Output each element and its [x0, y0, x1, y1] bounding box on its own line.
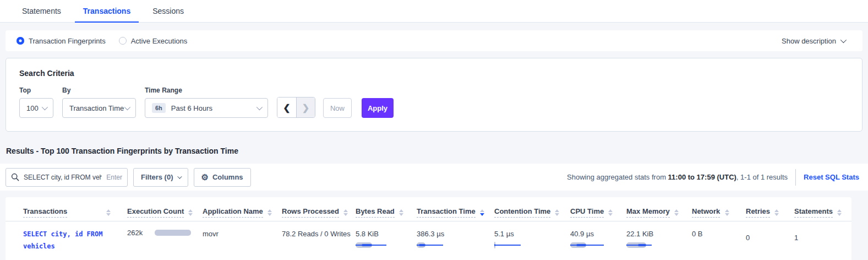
time-range-badge: 6h — [152, 103, 166, 113]
apply-button[interactable]: Apply — [362, 98, 394, 118]
network-value: 0 B — [692, 230, 703, 238]
filters-label: Filters (0) — [141, 173, 173, 181]
column-header-contention-time[interactable]: Contention Time — [494, 207, 550, 218]
aggregated-stats-note: Showing aggregated stats from 11:00 to 1… — [567, 173, 788, 181]
time-range-value: Past 6 Hours — [171, 104, 212, 112]
prev-time-window-button[interactable]: ❮ — [277, 98, 296, 117]
sort-icon[interactable] — [837, 209, 842, 216]
column-header-transactions[interactable]: Transactions — [23, 207, 67, 218]
time-window-arrows: ❮ ❯ — [277, 97, 315, 118]
columns-button[interactable]: ⚙ Columns — [194, 168, 251, 187]
chevron-down-icon — [42, 104, 48, 110]
chevron-down-icon — [177, 174, 182, 178]
search-icon — [11, 173, 19, 181]
columns-label: Columns — [212, 173, 243, 181]
contention-time-value: 5.1 µs — [494, 230, 514, 238]
tab-sessions[interactable]: Sessions — [144, 1, 192, 22]
show-description-toggle[interactable]: Show description — [782, 37, 851, 45]
sort-icon[interactable] — [399, 209, 403, 216]
column-header-cpu-time[interactable]: CPU Time — [570, 207, 604, 218]
radio-transaction-fingerprints[interactable]: Transaction Fingerprints — [17, 37, 106, 45]
stats-time-range: 11:00 to 17:59 (UTC) — [668, 173, 736, 181]
results-heading: Results - Top 100 Transaction Fingerprin… — [6, 147, 868, 155]
rows-processed-value: 78.2 Reads / 0 Writes — [282, 230, 351, 238]
sort-icon[interactable] — [188, 209, 193, 216]
filters-button[interactable]: Filters (0) — [133, 168, 188, 187]
results-table-card: Transactions Execution Count Application… — [6, 197, 851, 260]
column-header-transaction-time[interactable]: Transaction Time — [417, 207, 476, 218]
max-memory-value: 22.1 KiB — [626, 230, 653, 238]
radio-icon — [119, 37, 127, 45]
cpu-time-value: 40.9 µs — [570, 230, 594, 238]
results-toolbar: Enter Filters (0) ⚙ Columns Showing aggr… — [0, 164, 868, 191]
column-header-execution-count[interactable]: Execution Count — [127, 207, 184, 218]
transactions-table: Transactions Execution Count Application… — [6, 201, 851, 260]
transaction-fingerprint-link[interactable]: SELECT city, id FROM vehicles — [23, 230, 103, 250]
column-header-bytes-read[interactable]: Bytes Read — [356, 207, 395, 218]
application-name-value: movr — [203, 230, 219, 238]
chevron-down-icon — [840, 37, 847, 43]
by-select-value: Transaction Time — [69, 104, 124, 112]
search-criteria-card: Search Criteria Top 100 By Transaction T… — [6, 58, 862, 132]
column-header-rows-processed[interactable]: Rows Processed — [282, 207, 339, 218]
radio-label: Active Executions — [131, 37, 188, 45]
retries-value: 0 — [746, 234, 750, 242]
search-box: Enter — [6, 168, 128, 187]
sort-icon[interactable] — [555, 209, 559, 216]
time-range-select[interactable]: 6h Past 6 Hours — [145, 98, 268, 118]
bytes-read-value: 5.8 KiB — [356, 230, 379, 238]
table-row: SELECT city, id FROM vehicles 262k movr … — [6, 221, 851, 260]
top-select[interactable]: 100 — [19, 98, 53, 118]
top-field: Top 100 — [19, 86, 53, 118]
show-description-label: Show description — [782, 37, 836, 45]
tab-transactions[interactable]: Transactions — [75, 1, 139, 22]
sort-icon[interactable] — [774, 209, 779, 216]
transaction-time-bar — [417, 242, 453, 248]
execution-count-bar — [155, 230, 191, 236]
column-header-statements[interactable]: Statements — [794, 207, 833, 218]
sort-icon[interactable] — [106, 209, 111, 216]
bytes-read-bar — [356, 242, 392, 248]
column-header-retries[interactable]: Retries — [746, 207, 770, 218]
execution-count-value: 262k — [127, 229, 143, 237]
column-header-application-name[interactable]: Application Name — [203, 207, 263, 218]
sort-icon[interactable] — [725, 209, 729, 216]
enter-hint: Enter — [106, 174, 122, 181]
max-memory-bar — [626, 242, 663, 248]
now-button[interactable]: Now — [323, 98, 352, 118]
contention-time-bar — [494, 242, 531, 248]
top-select-value: 100 — [26, 104, 39, 112]
column-header-network[interactable]: Network — [692, 207, 720, 218]
radio-label: Transaction Fingerprints — [29, 37, 106, 45]
by-label: By — [62, 86, 136, 94]
table-header-row: Transactions Execution Count Application… — [6, 201, 851, 221]
gear-icon: ⚙ — [201, 173, 209, 181]
top-label: Top — [19, 86, 53, 94]
transaction-time-value: 386.3 µs — [417, 230, 444, 238]
chevron-down-icon — [256, 104, 263, 110]
sort-icon[interactable] — [480, 209, 484, 216]
radio-icon — [17, 37, 24, 45]
sort-icon[interactable] — [608, 209, 613, 216]
cpu-time-bar — [570, 242, 607, 248]
search-criteria-title: Search Criteria — [19, 69, 849, 78]
tab-statements[interactable]: Statements — [14, 1, 69, 22]
by-select[interactable]: Transaction Time — [62, 98, 136, 118]
view-toggle-band: Transaction Fingerprints Active Executio… — [6, 30, 862, 51]
column-header-max-memory[interactable]: Max Memory — [626, 207, 670, 218]
sort-icon[interactable] — [343, 209, 348, 216]
divider — [795, 169, 796, 186]
time-range-field: Time Range 6h Past 6 Hours — [145, 86, 268, 118]
sort-icon[interactable] — [674, 209, 679, 216]
statements-value: 1 — [794, 234, 798, 242]
next-time-window-button[interactable]: ❯ — [296, 98, 315, 117]
page-tabs: Statements Transactions Sessions — [0, 0, 868, 23]
time-range-label: Time Range — [145, 86, 268, 94]
reset-sql-stats-link[interactable]: Reset SQL Stats — [804, 173, 861, 181]
chevron-down-icon — [124, 104, 130, 110]
radio-active-executions[interactable]: Active Executions — [119, 37, 188, 45]
sort-icon[interactable] — [268, 209, 272, 216]
by-field: By Transaction Time — [62, 86, 136, 118]
